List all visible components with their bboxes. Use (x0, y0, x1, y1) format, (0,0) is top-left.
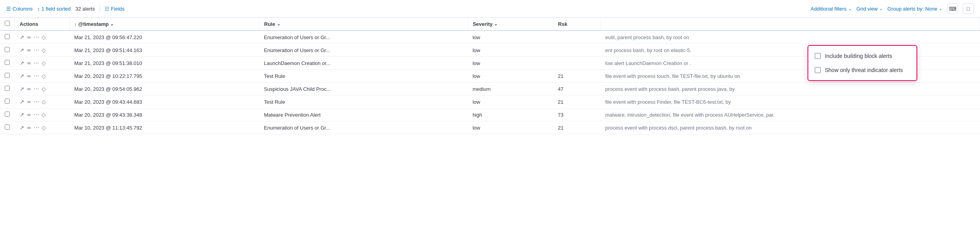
expand-icon[interactable]: ↗ (20, 112, 24, 118)
row-severity: low (468, 70, 553, 83)
alert-icon[interactable]: ◇ (42, 99, 46, 105)
row-checkbox[interactable] (5, 34, 10, 39)
row-checkbox[interactable] (5, 73, 10, 78)
investigate-icon[interactable]: ≃ (27, 34, 31, 40)
expand-icon[interactable]: ↗ (20, 73, 24, 79)
fields-button[interactable]: ☷ Fields (105, 6, 125, 12)
row-checkbox[interactable] (5, 112, 10, 117)
action-icons: ↗ ≃ ⋯ ◇ (20, 112, 65, 118)
action-icons: ↗ ≃ ⋯ ◇ (20, 47, 65, 53)
header-checkbox-cell (0, 18, 15, 31)
row-reason: process event with process bash, parent … (601, 83, 980, 96)
include-building-block-item[interactable]: Include building block alerts (808, 49, 916, 63)
investigate-icon[interactable]: ≃ (27, 86, 31, 92)
row-reason: low alert LaunchDaemon Creation or . (601, 57, 980, 70)
expand-icon[interactable]: ↗ (20, 34, 24, 40)
row-checkbox-cell (0, 31, 15, 44)
alert-icon[interactable]: ◇ (42, 34, 46, 40)
alert-icon[interactable]: ◇ (42, 124, 46, 131)
row-risk: 21 (553, 96, 601, 108)
select-all-checkbox[interactable] (5, 21, 10, 26)
expand-icon[interactable]: ↗ (20, 124, 24, 131)
row-rule: Test Rule (259, 70, 468, 83)
header-timestamp[interactable]: ↓ @timestamp ⌄ (70, 18, 260, 31)
row-reason: eutil, parent process bash, by root on (601, 31, 980, 44)
sort-icon: ↕ (37, 6, 40, 12)
more-icon[interactable]: ⋯ (34, 60, 39, 66)
expand-icon[interactable]: ↗ (20, 99, 24, 105)
row-actions-cell: ↗ ≃ ⋯ ◇ (15, 83, 70, 96)
alert-icon[interactable]: ◇ (42, 47, 46, 53)
row-severity: low (468, 57, 553, 70)
header-rule[interactable]: Rule ⌄ (259, 18, 468, 31)
investigate-icon[interactable]: ≃ (27, 60, 31, 66)
row-checkbox[interactable] (5, 99, 10, 104)
investigate-icon[interactable]: ≃ (27, 73, 31, 79)
investigate-icon[interactable]: ≃ (27, 47, 31, 53)
row-risk: 47 (553, 83, 601, 96)
more-icon[interactable]: ⋯ (34, 47, 39, 53)
row-checkbox[interactable] (5, 86, 10, 91)
investigate-icon[interactable]: ≃ (27, 99, 31, 105)
row-reason: file event with process Finder, file TES… (601, 96, 980, 108)
row-reason: malware, intrusion_detection, file event… (601, 108, 980, 121)
alert-icon[interactable]: ◇ (42, 60, 46, 66)
expand-icon[interactable]: ↗ (20, 47, 24, 53)
alert-icon[interactable]: ◇ (42, 73, 46, 79)
table-row: ↗ ≃ ⋯ ◇ Mar 21, 2023 @ 09:56:47.220Enume… (0, 31, 980, 44)
group-alerts-button[interactable]: Group alerts by: None ⌄ (887, 6, 942, 12)
row-checkbox-cell (0, 83, 15, 96)
row-checkbox-cell (0, 70, 15, 83)
action-icons: ↗ ≃ ⋯ ◇ (20, 73, 65, 79)
row-rule: Test Rule (259, 96, 468, 108)
row-timestamp: Mar 20, 2023 @ 09:43:38.348 (70, 108, 260, 121)
row-timestamp: Mar 10, 2023 @ 11:13:45.792 (70, 121, 260, 134)
more-icon[interactable]: ⋯ (34, 34, 39, 40)
expand-icon[interactable]: ↗ (20, 86, 24, 92)
alerts-table-container: Actions ↓ @timestamp ⌄ Rule ⌄ (0, 18, 980, 134)
row-rule: Enumeration of Users or Gr... (259, 121, 468, 134)
row-risk (553, 57, 601, 70)
show-threat-indicator-item[interactable]: Show only threat indicator alerts (808, 63, 916, 77)
include-building-block-checkbox[interactable] (815, 53, 821, 59)
row-checkbox[interactable] (5, 47, 10, 52)
grid-view-button[interactable]: Grid view ⌄ (857, 6, 883, 12)
row-risk: 73 (553, 108, 601, 121)
sort-desc-icon: ↓ (74, 22, 77, 26)
action-icons: ↗ ≃ ⋯ ◇ (20, 60, 65, 66)
row-rule: Suspicious JAVA Child Proc... (259, 83, 468, 96)
more-icon[interactable]: ⋯ (34, 112, 39, 118)
row-checkbox[interactable] (5, 124, 10, 130)
header-severity[interactable]: Severity ⌄ (468, 18, 553, 31)
row-checkbox-cell (0, 44, 15, 57)
row-risk (553, 31, 601, 44)
row-actions-cell: ↗ ≃ ⋯ ◇ (15, 108, 70, 121)
additional-filters-button[interactable]: Additional filters ⌄ (811, 6, 852, 12)
row-checkbox[interactable] (5, 60, 10, 65)
fullscreen-icon-button[interactable]: □ (963, 3, 974, 14)
fullscreen-icon: □ (967, 6, 970, 12)
keyboard-icon-button[interactable]: ⌨ (947, 3, 958, 14)
row-reason: file event with process touch, file TEST… (601, 70, 980, 83)
table-row: ↗ ≃ ⋯ ◇ Mar 20, 2023 @ 09:43:38.348Malwa… (0, 108, 980, 121)
chevron-down-icon: ⌄ (939, 6, 942, 11)
expand-icon[interactable]: ↗ (20, 60, 24, 66)
investigate-icon[interactable]: ≃ (27, 112, 31, 118)
more-icon[interactable]: ⋯ (34, 99, 39, 105)
sort-button[interactable]: ↕ 1 field sorted (37, 6, 71, 12)
table-header-row: Actions ↓ @timestamp ⌄ Rule ⌄ (0, 18, 980, 31)
more-icon[interactable]: ⋯ (34, 73, 39, 79)
row-timestamp: Mar 21, 2023 @ 09:51:38.010 (70, 57, 260, 70)
action-icons: ↗ ≃ ⋯ ◇ (20, 124, 65, 131)
row-actions-cell: ↗ ≃ ⋯ ◇ (15, 31, 70, 44)
investigate-icon[interactable]: ≃ (27, 124, 31, 131)
chevron-down-icon: ⌄ (110, 22, 114, 27)
show-threat-indicator-checkbox[interactable] (815, 67, 821, 73)
more-icon[interactable]: ⋯ (34, 124, 39, 131)
more-icon[interactable]: ⋯ (34, 86, 39, 92)
alert-icon[interactable]: ◇ (42, 112, 46, 118)
columns-button[interactable]: ☰ Columns (6, 6, 33, 12)
alert-icon[interactable]: ◇ (42, 86, 46, 92)
action-icons: ↗ ≃ ⋯ ◇ (20, 34, 65, 40)
toolbar: ☰ Columns ↕ 1 field sorted 32 alerts ☷ F… (0, 0, 980, 18)
